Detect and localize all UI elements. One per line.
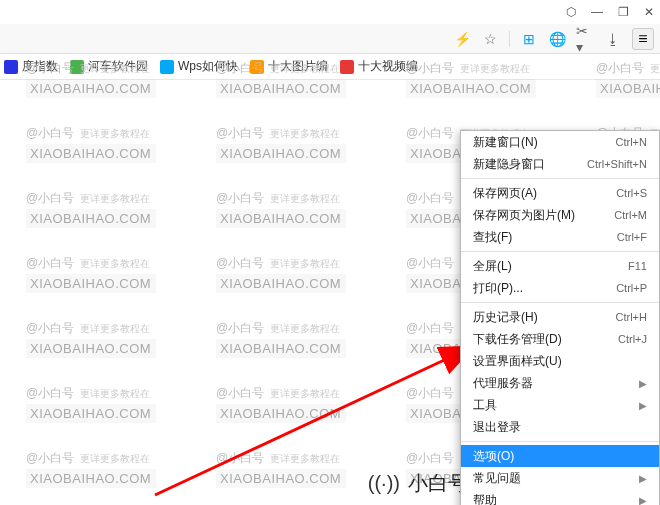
menu-button[interactable]: ≡ — [632, 28, 654, 50]
menu-item[interactable]: 全屏(L)F11 — [461, 255, 659, 277]
watermark-cell: @小白号更详更多教程在XIAOBAIHAO.COM — [26, 320, 156, 358]
menu-separator — [461, 441, 659, 442]
menu-item-label: 保存网页(A) — [473, 185, 537, 202]
download-icon[interactable]: ⭳ — [604, 30, 622, 48]
menu-item[interactable]: 常见问题▶ — [461, 467, 659, 489]
menu-item-label: 全屏(L) — [473, 258, 512, 275]
menu-shortcut: F11 — [628, 260, 647, 272]
menu-item-label: 查找(F) — [473, 229, 512, 246]
menu-item-label: 常见问题 — [473, 470, 521, 487]
menu-item[interactable]: 下载任务管理(D)Ctrl+J — [461, 328, 659, 350]
watermark-cell: @小白号更详更多教程在XIAOBAIHAO.COM — [26, 60, 156, 98]
watermark-cell: @小白号更详更多教程在XIAOBAIHAO.COM — [216, 385, 346, 423]
menu-item[interactable]: 保存网页(A)Ctrl+S — [461, 182, 659, 204]
flash-icon[interactable]: ⚡ — [453, 30, 471, 48]
menu-item-label: 选项(O) — [473, 448, 514, 465]
menu-separator — [461, 178, 659, 179]
globe-icon[interactable]: 🌐 — [548, 30, 566, 48]
menu-item[interactable]: 代理服务器▶ — [461, 372, 659, 394]
menu-item[interactable]: 帮助▶ — [461, 489, 659, 505]
menu-item-label: 新建隐身窗口 — [473, 156, 545, 173]
maximize-button[interactable]: ❐ — [616, 5, 630, 19]
menu-item[interactable]: 选项(O) — [461, 445, 659, 467]
watermark-cell: @小白号更详更多教程在XIAOBAIHAO.COM — [216, 60, 346, 98]
watermark-cell: @小白号更详更多教程在XIAOBAIHAO.COM — [596, 60, 660, 98]
menu-item-label: 帮助 — [473, 492, 497, 506]
watermark-cell: @小白号更详更多教程在XIAOBAIHAO.COM — [216, 125, 346, 163]
page-content: @小白号更详更多教程在XIAOBAIHAO.COM@小白号更详更多教程在XIAO… — [0, 80, 660, 505]
menu-item-label: 工具 — [473, 397, 497, 414]
star-icon[interactable]: ☆ — [481, 30, 499, 48]
watermark-cell: @小白号更详更多教程在XIAOBAIHAO.COM — [26, 450, 156, 488]
menu-shortcut: Ctrl+H — [616, 311, 647, 323]
close-button[interactable]: ✕ — [642, 5, 656, 19]
watermark-cell: @小白号更详更多教程在XIAOBAIHAO.COM — [26, 190, 156, 228]
menu-shortcut: Ctrl+P — [616, 282, 647, 294]
submenu-arrow-icon: ▶ — [639, 400, 647, 411]
menu-item-label: 保存网页为图片(M) — [473, 207, 575, 224]
submenu-arrow-icon: ▶ — [639, 495, 647, 506]
footer-brand: 小白号 — [408, 470, 468, 497]
menu-item[interactable]: 查找(F)Ctrl+F — [461, 226, 659, 248]
menu-shortcut: Ctrl+S — [616, 187, 647, 199]
menu-shortcut: Ctrl+F — [617, 231, 647, 243]
menu-item[interactable]: 新建隐身窗口Ctrl+Shift+N — [461, 153, 659, 175]
watermark-cell: @小白号更详更多教程在XIAOBAIHAO.COM — [26, 385, 156, 423]
menu-shortcut: Ctrl+Shift+N — [587, 158, 647, 170]
menu-item[interactable]: 历史记录(H)Ctrl+H — [461, 306, 659, 328]
menu-shortcut: Ctrl+M — [614, 209, 647, 221]
menu-item-label: 新建窗口(N) — [473, 134, 538, 151]
watermark-cell: @小白号更详更多教程在XIAOBAIHAO.COM — [26, 255, 156, 293]
menu-item-label: 设置界面样式(U) — [473, 353, 562, 370]
menu-item-label: 下载任务管理(D) — [473, 331, 562, 348]
watermark-cell: @小白号更详更多教程在XIAOBAIHAO.COM — [216, 190, 346, 228]
menu-item[interactable]: 设置界面样式(U) — [461, 350, 659, 372]
ms-icon[interactable]: ⊞ — [520, 30, 538, 48]
submenu-arrow-icon: ▶ — [639, 473, 647, 484]
scissors-icon[interactable]: ✂ ▾ — [576, 30, 594, 48]
menu-separator — [461, 251, 659, 252]
watermark-cell: @小白号更详更多教程在XIAOBAIHAO.COM — [26, 125, 156, 163]
extension-icon[interactable]: ⬡ — [564, 5, 578, 19]
browser-toolbar: ⚡ ☆ ⊞ 🌐 ✂ ▾ ⭳ ≡ — [0, 24, 660, 54]
menu-shortcut: Ctrl+N — [616, 136, 647, 148]
minimize-button[interactable]: — — [590, 5, 604, 19]
menu-item-label: 退出登录 — [473, 419, 521, 436]
menu-shortcut: Ctrl+J — [618, 333, 647, 345]
watermark-cell: @小白号更详更多教程在XIAOBAIHAO.COM — [216, 320, 346, 358]
menu-item-label: 打印(P)... — [473, 280, 523, 297]
menu-item[interactable]: 退出登录 — [461, 416, 659, 438]
window-titlebar: ⬡ — ❐ ✕ — [0, 0, 660, 24]
menu-item[interactable]: 工具▶ — [461, 394, 659, 416]
watermark-cell: @小白号更详更多教程在XIAOBAIHAO.COM — [406, 60, 536, 98]
watermark-cell: @小白号更详更多教程在XIAOBAIHAO.COM — [216, 450, 346, 488]
menu-separator — [461, 302, 659, 303]
wifi-icon: ((·)) — [368, 472, 400, 495]
menu-item-label: 历史记录(H) — [473, 309, 538, 326]
main-menu: 新建窗口(N)Ctrl+N新建隐身窗口Ctrl+Shift+N保存网页(A)Ct… — [460, 130, 660, 505]
watermark-cell: @小白号更详更多教程在XIAOBAIHAO.COM — [216, 255, 346, 293]
menu-item-label: 代理服务器 — [473, 375, 533, 392]
submenu-arrow-icon: ▶ — [639, 378, 647, 389]
menu-item[interactable]: 新建窗口(N)Ctrl+N — [461, 131, 659, 153]
menu-item[interactable]: 保存网页为图片(M)Ctrl+M — [461, 204, 659, 226]
menu-item[interactable]: 打印(P)...Ctrl+P — [461, 277, 659, 299]
